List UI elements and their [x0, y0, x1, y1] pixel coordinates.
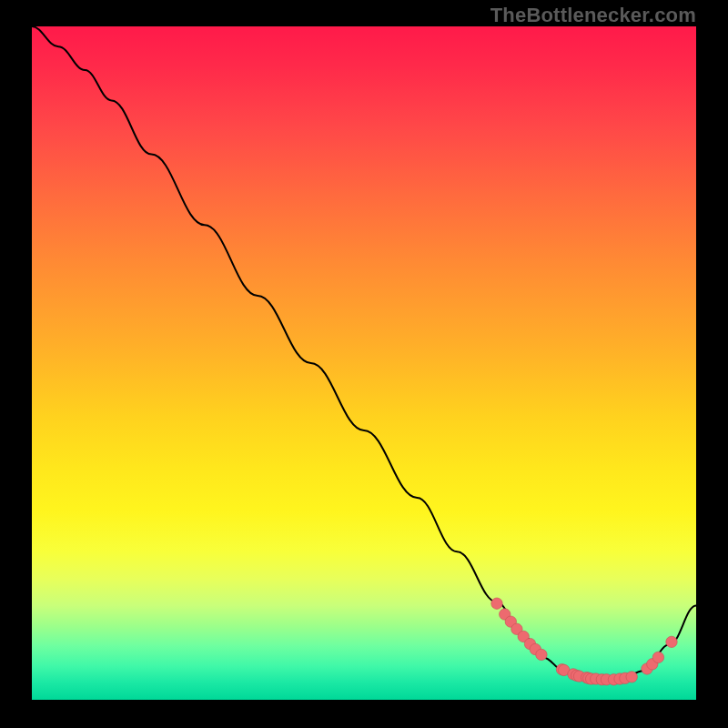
bottleneck-curve — [32, 26, 696, 680]
marker-group — [491, 598, 677, 685]
data-marker — [666, 636, 677, 647]
data-marker — [536, 649, 547, 660]
chart-overlay — [0, 0, 728, 728]
chart-frame: TheBottlenecker.com — [0, 0, 728, 728]
data-marker — [652, 652, 663, 662]
data-marker — [626, 672, 637, 682]
data-marker — [491, 598, 502, 609]
